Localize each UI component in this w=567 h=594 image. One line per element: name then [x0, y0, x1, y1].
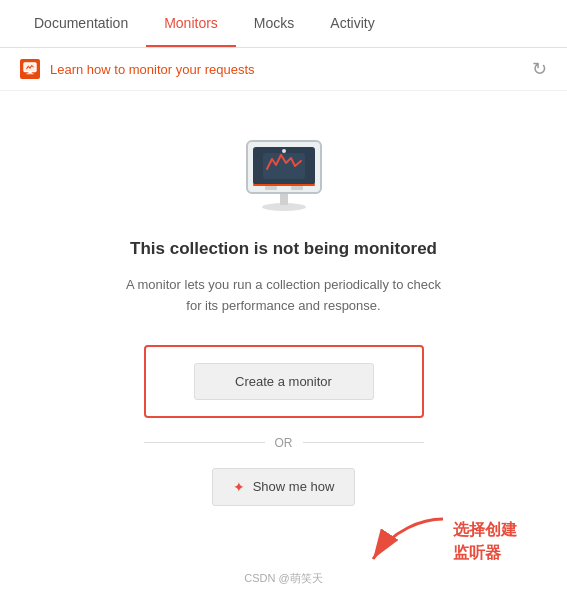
refresh-icon[interactable]: ↻	[532, 58, 547, 80]
learn-bar-left: Learn how to monitor your requests	[20, 59, 255, 79]
learn-bar: Learn how to monitor your requests ↻	[0, 48, 567, 91]
learn-bar-text[interactable]: Learn how to monitor your requests	[50, 62, 255, 77]
annotation-arrow-svg	[363, 509, 463, 569]
svg-rect-3	[27, 73, 34, 74]
or-line-left	[144, 442, 265, 443]
svg-rect-11	[253, 184, 315, 186]
or-line-right	[303, 442, 424, 443]
svg-rect-12	[265, 186, 277, 190]
or-text: OR	[275, 436, 293, 450]
monitor-svg	[239, 131, 329, 211]
tab-activity[interactable]: Activity	[312, 1, 392, 47]
svg-rect-2	[28, 72, 32, 74]
learn-icon-svg	[23, 62, 37, 76]
svg-rect-13	[291, 186, 303, 190]
or-divider: OR	[144, 436, 424, 450]
watermark: CSDN @萌笑天	[244, 571, 322, 586]
svg-point-10	[282, 149, 286, 153]
main-description: A monitor lets you run a collection peri…	[124, 275, 444, 317]
cursor-icon: ✦	[233, 479, 245, 495]
show-me-label: Show me how	[253, 479, 335, 494]
create-monitor-box: Create a monitor	[144, 345, 424, 418]
svg-rect-5	[280, 193, 288, 205]
create-monitor-button[interactable]: Create a monitor	[194, 363, 374, 400]
main-title: This collection is not being monitored	[130, 239, 437, 259]
main-content: This collection is not being monitored A…	[0, 91, 567, 526]
tab-bar: Documentation Monitors Mocks Activity	[0, 0, 567, 48]
monitor-illustration	[239, 131, 329, 211]
annotation: 选择创建 监听器	[453, 519, 517, 564]
tab-documentation[interactable]: Documentation	[16, 1, 146, 47]
tab-monitors[interactable]: Monitors	[146, 1, 236, 47]
tab-mocks[interactable]: Mocks	[236, 1, 312, 47]
show-me-how-button[interactable]: ✦ Show me how	[212, 468, 356, 506]
learn-icon	[20, 59, 40, 79]
